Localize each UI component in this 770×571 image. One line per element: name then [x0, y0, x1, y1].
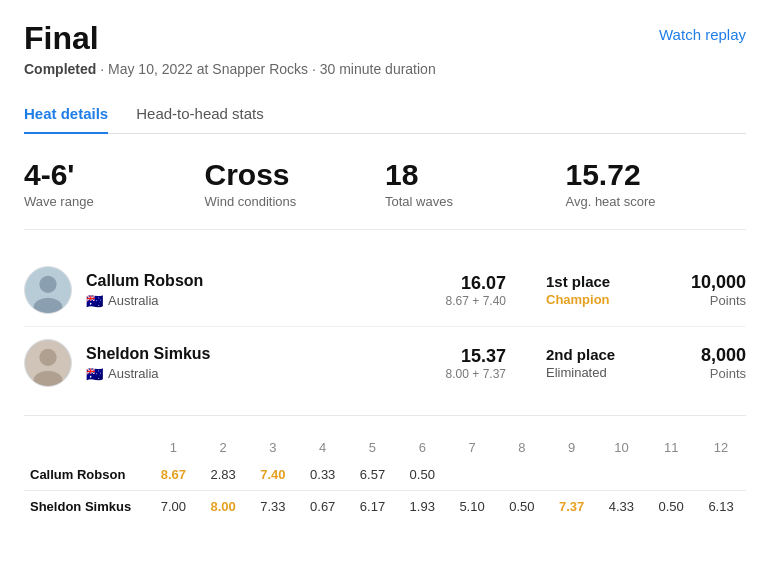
sheldon-wave-10: 4.33: [597, 491, 647, 523]
sheldon-wave-7: 5.10: [447, 491, 497, 523]
row-name-callum: Callum Robson: [24, 459, 148, 491]
stat-avg-heat-score: 15.72 Avg. heat score: [566, 158, 747, 209]
col-header-12: 12: [696, 436, 746, 459]
callum-wave-10: [597, 459, 647, 491]
callum-wave-2: 2.83: [198, 459, 248, 491]
athlete-country-sheldon: 🇦🇺 Australia: [86, 366, 446, 382]
points-label-sheldon: Points: [666, 366, 746, 381]
flag-callum: 🇦🇺: [86, 293, 103, 309]
breakdown-sheldon: 8.00 + 7.37: [446, 367, 506, 381]
stat-total-waves-label: Total waves: [385, 194, 566, 209]
sheldon-wave-2: 8.00: [198, 491, 248, 523]
place-callum: 1st place: [546, 273, 666, 290]
place-sheldon: 2nd place: [546, 346, 666, 363]
separator2: at: [197, 61, 213, 77]
sheldon-wave-5: 6.17: [348, 491, 398, 523]
separator: ·: [100, 61, 108, 77]
points-callum: 10,000: [666, 272, 746, 293]
callum-wave-7: [447, 459, 497, 491]
stat-wind-conditions: Cross Wind conditions: [205, 158, 386, 209]
total-score-callum: 16.07: [446, 273, 506, 294]
athlete-row-callum: Callum Robson 🇦🇺 Australia 16.07 8.67 + …: [24, 254, 746, 327]
status-sheldon: Eliminated: [546, 365, 666, 380]
avatar-callum: [24, 266, 72, 314]
separator3: ·: [312, 61, 320, 77]
col-header-5: 5: [348, 436, 398, 459]
page-title: Final: [24, 20, 99, 57]
col-header-8: 8: [497, 436, 547, 459]
col-header-1: 1: [148, 436, 198, 459]
status-text: Completed: [24, 61, 96, 77]
col-header-6: 6: [397, 436, 447, 459]
sheldon-wave-12: 6.13: [696, 491, 746, 523]
callum-wave-6: 0.50: [397, 459, 447, 491]
sheldon-wave-9: 7.37: [547, 491, 597, 523]
wave-table-header: 1 2 3 4 5 6 7 8 9 10 11 12: [24, 436, 746, 459]
col-header-9: 9: [547, 436, 597, 459]
sheldon-wave-8: 0.50: [497, 491, 547, 523]
country-sheldon: Australia: [108, 366, 159, 381]
stat-total-waves-value: 18: [385, 158, 566, 192]
points-block-sheldon: 8,000 Points: [666, 345, 746, 381]
stat-total-waves: 18 Total waves: [385, 158, 566, 209]
points-label-callum: Points: [666, 293, 746, 308]
stat-wave-range-label: Wave range: [24, 194, 205, 209]
stat-avg-label: Avg. heat score: [566, 194, 747, 209]
col-header-name: [24, 436, 148, 459]
stat-wind-label: Wind conditions: [205, 194, 386, 209]
athlete-row-sheldon: Sheldon Simkus 🇦🇺 Australia 15.37 8.00 +…: [24, 327, 746, 399]
sheldon-wave-1: 7.00: [148, 491, 198, 523]
callum-wave-1: 8.67: [148, 459, 198, 491]
row-name-sheldon: Sheldon Simkus: [24, 491, 148, 523]
col-header-3: 3: [248, 436, 298, 459]
callum-wave-12: [696, 459, 746, 491]
stat-wave-range: 4-6' Wave range: [24, 158, 205, 209]
col-header-10: 10: [597, 436, 647, 459]
venue-text: Snapper Rocks: [212, 61, 308, 77]
tab-head-to-head[interactable]: Head-to-head stats: [136, 95, 264, 134]
athlete-name-sheldon: Sheldon Simkus: [86, 345, 446, 363]
callum-wave-3: 7.40: [248, 459, 298, 491]
breakdown-callum: 8.67 + 7.40: [446, 294, 506, 308]
callum-wave-5: 6.57: [348, 459, 398, 491]
status-callum: Champion: [546, 292, 666, 307]
points-sheldon: 8,000: [666, 345, 746, 366]
stats-row: 4-6' Wave range Cross Wind conditions 18…: [24, 158, 746, 230]
score-block-callum: 16.07 8.67 + 7.40: [446, 273, 506, 308]
sheldon-wave-3: 7.33: [248, 491, 298, 523]
header-row: Final Watch replay: [24, 20, 746, 57]
callum-wave-9: [547, 459, 597, 491]
page-container: Final Watch replay Completed · May 10, 2…: [24, 20, 746, 522]
svg-point-4: [39, 349, 56, 366]
place-block-sheldon: 2nd place Eliminated: [546, 346, 666, 380]
athletes-section: Callum Robson 🇦🇺 Australia 16.07 8.67 + …: [24, 254, 746, 416]
callum-wave-11: [646, 459, 696, 491]
sheldon-wave-11: 0.50: [646, 491, 696, 523]
watch-replay-link[interactable]: Watch replay: [659, 26, 746, 43]
country-callum: Australia: [108, 293, 159, 308]
sheldon-wave-6: 1.93: [397, 491, 447, 523]
athlete-info-callum: Callum Robson 🇦🇺 Australia: [86, 272, 446, 309]
athlete-name-callum: Callum Robson: [86, 272, 446, 290]
points-block-callum: 10,000 Points: [666, 272, 746, 308]
athlete-info-sheldon: Sheldon Simkus 🇦🇺 Australia: [86, 345, 446, 382]
total-score-sheldon: 15.37: [446, 346, 506, 367]
col-header-7: 7: [447, 436, 497, 459]
stat-avg-value: 15.72: [566, 158, 747, 192]
date-text: May 10, 2022: [108, 61, 193, 77]
score-block-sheldon: 15.37 8.00 + 7.37: [446, 346, 506, 381]
duration-text: 30 minute duration: [320, 61, 436, 77]
avatar-sheldon: [24, 339, 72, 387]
tabs-bar: Heat details Head-to-head stats: [24, 95, 746, 134]
svg-point-1: [39, 276, 56, 293]
wave-table: 1 2 3 4 5 6 7 8 9 10 11 12 Callum Robso: [24, 436, 746, 522]
table-row-sheldon: Sheldon Simkus 7.00 8.00 7.33 0.67 6.17 …: [24, 491, 746, 523]
tab-heat-details[interactable]: Heat details: [24, 95, 108, 134]
place-block-callum: 1st place Champion: [546, 273, 666, 307]
table-row-callum: Callum Robson 8.67 2.83 7.40 0.33 6.57 0…: [24, 459, 746, 491]
subtitle: Completed · May 10, 2022 at Snapper Rock…: [24, 61, 746, 77]
sheldon-wave-4: 0.67: [298, 491, 348, 523]
athlete-country-callum: 🇦🇺 Australia: [86, 293, 446, 309]
col-header-2: 2: [198, 436, 248, 459]
col-header-4: 4: [298, 436, 348, 459]
